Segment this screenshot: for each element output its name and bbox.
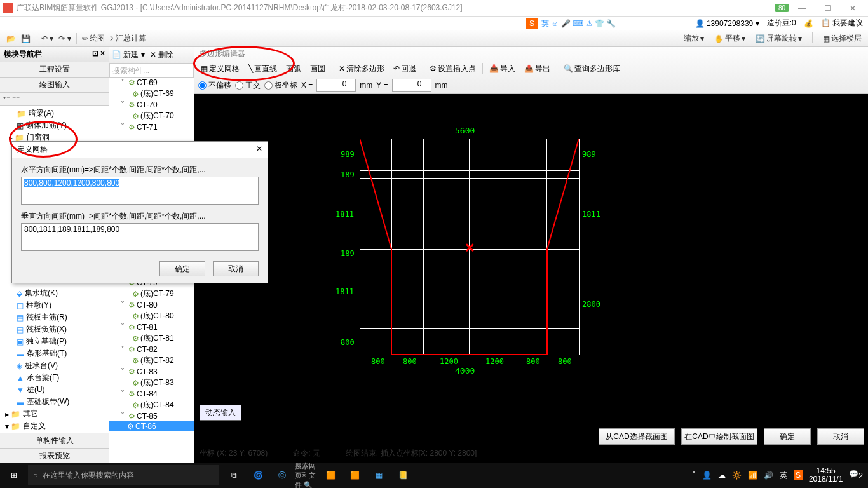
editor-area: 多边形编辑器 ▦ 定义网格 ╲ 画直线 画弧 画圆 ✕ 清除多边形 ↶ 回退 ⚙… <box>194 47 868 464</box>
dialog-ok-button[interactable]: 确定 <box>159 261 205 276</box>
import-button[interactable]: 📥 导入 <box>487 62 518 76</box>
cloud-icon[interactable]: ☁ <box>718 471 726 480</box>
export-button[interactable]: 📤 导出 <box>522 62 553 76</box>
tree-item: ▼桩(U) <box>1 384 107 396</box>
new-button[interactable]: 📄 新建 ▾ <box>112 50 145 60</box>
radio-ortho[interactable]: 正交 <box>235 80 261 91</box>
start-button[interactable]: ⊞ <box>0 463 28 488</box>
dialog-title: 定义网格 <box>17 144 48 155</box>
sogou-tray-icon[interactable]: S <box>794 470 803 480</box>
tree-item: ▬基础板带(W) <box>1 396 107 408</box>
unit-label: mm <box>360 81 372 90</box>
draw-cad-button[interactable]: 在CAD中绘制截面图 <box>681 428 757 445</box>
delete-button[interactable]: ✕ 删除 <box>150 50 173 60</box>
sum-button[interactable]: Σ 汇总计算 <box>107 32 149 45</box>
floor-button[interactable]: ▦ 选择楼层 <box>820 32 864 45</box>
task-view-icon[interactable]: ⧉ <box>222 463 245 488</box>
undo-step-button[interactable]: ↶ 回退 <box>391 62 419 76</box>
redo-button[interactable]: ↷ ▾ <box>56 33 73 44</box>
report-link[interactable]: 报表预览 <box>0 449 109 464</box>
people-icon[interactable]: 👤 <box>702 471 712 480</box>
main-toolbar: 📂 💾 ↶ ▾ ↷ ▾ ✏ 绘图 Σ 汇总计算 缩放 ▾ ✋ 平移 ▾ 🔄 屏幕… <box>0 30 868 47</box>
edge-icon[interactable]: ⓔ <box>271 463 294 488</box>
taskbar-search[interactable]: ○ 在这里输入你要搜索的内容 <box>28 465 219 485</box>
ime-float-bar[interactable]: S 英 ☺ 🎤 ⌨ ⚠ 👕 🔧 <box>526 18 616 29</box>
minimize-button[interactable]: — <box>789 2 815 15</box>
editor-header: 多边形编辑器 <box>194 47 868 60</box>
wifi-icon[interactable]: 📶 <box>748 471 757 480</box>
maximize-button[interactable]: ☐ <box>815 2 840 15</box>
draw-circle-button[interactable]: 画圆 <box>308 62 328 76</box>
v-spacing-label: 垂直方向间距(mm)=>间距*个数,间距,间距*个数,间距,... <box>21 211 259 222</box>
h-spacing-input[interactable]: 800,800,1200,1200,800,800 <box>21 177 259 205</box>
tree-item: ▾ 📁 自定义 <box>1 420 107 432</box>
tree-item: 📁暗梁(A) <box>1 107 107 119</box>
canvas-button-bar: 从CAD选择截面图 在CAD中绘制截面图 确定 取消 <box>599 428 864 445</box>
app-icon[interactable]: 📒 <box>391 463 414 488</box>
windows-taskbar[interactable]: ⊞ ○ 在这里输入你要搜索的内容 ⧉ 🌀 ⓔ 搜索网页和文件 🔍 🟧 🟧 ▦ 📒… <box>0 463 868 488</box>
tray-up-icon[interactable]: ˄ <box>692 471 696 480</box>
x-label: X = <box>301 81 313 90</box>
user-phone[interactable]: 👤 13907298339 ▾ <box>695 19 759 28</box>
v-spacing-input[interactable]: 800,1811,189,1811,189,800 <box>21 223 259 251</box>
volume-icon[interactable]: 🔊 <box>764 471 773 480</box>
from-cad-button[interactable]: 从CAD选择截面图 <box>599 428 675 445</box>
define-grid-button[interactable]: ▦ 定义网格 <box>198 62 242 76</box>
zoom-button[interactable]: 缩放 ▾ <box>681 32 707 45</box>
x-input[interactable]: 0 <box>316 79 356 92</box>
y-input[interactable]: 0 <box>392 79 431 92</box>
tree-item: ▤筏板负筋(X) <box>1 323 107 336</box>
notification-icon[interactable]: 💬2 <box>849 470 863 480</box>
single-input-link[interactable]: 单构件输入 <box>0 433 109 449</box>
grid-dialog: 定义网格 ✕ 水平方向间距(mm)=>间距*个数,间距,间距*个数,间距,...… <box>11 141 268 283</box>
library-button[interactable]: 🔍 查询多边形库 <box>561 62 623 76</box>
tray-icon[interactable]: 🔆 <box>732 471 742 480</box>
tree-item: ▲承台梁(F) <box>1 372 107 384</box>
radio-no-offset[interactable]: 不偏移 <box>198 80 231 91</box>
h-spacing-label: 水平方向间距(mm)=>间距*个数,间距,间距*个数,间距,... <box>21 165 259 175</box>
draw-line-button[interactable]: ╲ 画直线 <box>246 62 280 76</box>
dynamic-input-button[interactable]: 动态输入 <box>200 405 241 421</box>
canvas-cancel-button[interactable]: 取消 <box>817 428 864 445</box>
draw-input-link[interactable]: 绘图输入 <box>0 78 109 93</box>
tree-mode-icons[interactable]: ⁺⁻ ⁻⁻ <box>0 93 109 106</box>
clear-button[interactable]: ✕ 清除多边形 <box>336 62 387 76</box>
credit-icon[interactable]: 💰 <box>804 19 813 28</box>
draw-arc-button[interactable]: 画弧 <box>283 62 304 76</box>
drawing-canvas[interactable]: ✕ 5600 4000 989 189 1811 189 1811 800 98… <box>194 94 868 464</box>
tree-item: ▣独立基础(P) <box>1 336 107 348</box>
open-button[interactable]: 📂 <box>4 33 18 44</box>
draw-button[interactable]: ✏ 绘图 <box>79 32 107 45</box>
dialog-cancel-button[interactable]: 取消 <box>213 261 259 276</box>
credit-label: 造价豆:0 <box>767 18 796 29</box>
unit-label: mm <box>435 81 448 90</box>
perf-badge: 80 <box>775 4 789 12</box>
close-button[interactable]: ✕ <box>840 2 865 15</box>
system-tray[interactable]: ˄ 👤 ☁ 🔆 📶 🔊 英 S 14:552018/11/1 💬2 <box>692 467 868 484</box>
pan-button[interactable]: ✋ 平移 ▾ <box>712 32 748 45</box>
ime-icon[interactable]: 英 <box>780 470 787 481</box>
insert-point-button[interactable]: ⚙ 设置插入点 <box>427 62 478 76</box>
tree-item: ◫柱墩(Y) <box>1 299 107 311</box>
dialog-close-icon[interactable]: ✕ <box>256 144 262 155</box>
app-icon[interactable]: 🟧 <box>319 463 342 488</box>
tree-item: ▤筏板主筋(R) <box>1 311 107 323</box>
canvas-ok-button[interactable]: 确定 <box>764 428 811 445</box>
undo-button[interactable]: ↶ ▾ <box>39 33 56 44</box>
radio-polar[interactable]: 极坐标 <box>264 80 297 91</box>
search-input[interactable]: 搜索构件... <box>109 64 194 78</box>
feedback-button[interactable]: 📋 我要建议 <box>821 18 863 29</box>
insert-point-icon: ✕ <box>465 240 475 255</box>
app-icon[interactable]: 🌀 <box>247 463 269 488</box>
search-web[interactable]: 搜索网页和文件 🔍 <box>295 463 318 488</box>
rotate-button[interactable]: 🔄 屏幕旋转 ▾ <box>753 32 804 45</box>
ime-icons[interactable]: 英 ☺ 🎤 ⌨ ⚠ 👕 🔧 <box>541 18 616 29</box>
app-icon[interactable]: 🟧 <box>343 463 366 488</box>
nav-header: 模块导航栏⊡ × <box>0 47 109 62</box>
clock[interactable]: 14:552018/11/1 <box>809 467 843 484</box>
status-cmd: 命令: 无 <box>293 448 320 459</box>
canvas-status: 坐标 (X: 23 Y: 6708) 命令: 无 绘图结束, 插入点坐标[X: … <box>200 448 863 459</box>
save-button[interactable]: 💾 <box>18 33 33 44</box>
project-settings-link[interactable]: 工程设置 <box>0 62 109 78</box>
app-icon[interactable]: ▦ <box>367 463 390 488</box>
